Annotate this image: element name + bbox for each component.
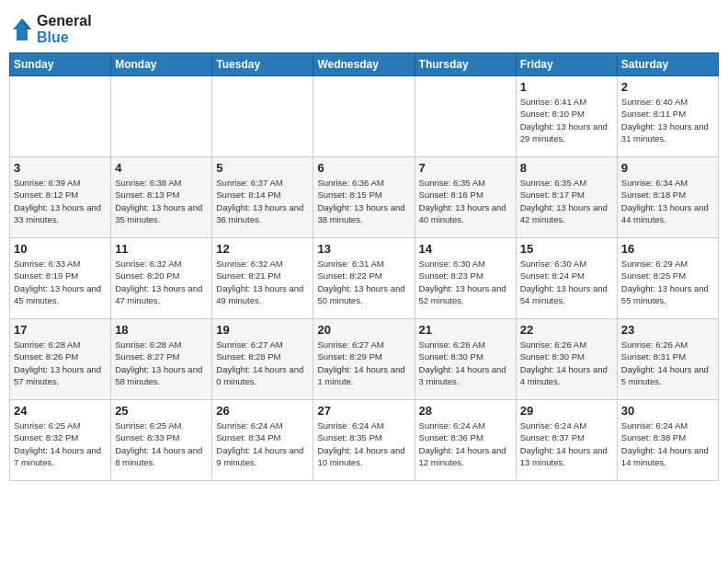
calendar-cell: 4Sunrise: 6:38 AMSunset: 8:13 PMDaylight… (111, 157, 212, 238)
day-number: 7 (419, 161, 512, 175)
day-number: 18 (115, 323, 208, 337)
day-info: Sunrise: 6:35 AMSunset: 8:17 PMDaylight:… (520, 177, 613, 225)
calendar-cell: 26Sunrise: 6:24 AMSunset: 8:34 PMDayligh… (212, 400, 313, 481)
logo-blue: Blue (37, 29, 92, 46)
day-number: 6 (317, 161, 410, 175)
day-info: Sunrise: 6:29 AMSunset: 8:25 PMDaylight:… (621, 258, 714, 306)
calendar-cell: 7Sunrise: 6:35 AMSunset: 8:16 PMDaylight… (415, 157, 516, 238)
day-number: 13 (317, 242, 410, 256)
calendar-cell: 11Sunrise: 6:32 AMSunset: 8:20 PMDayligh… (111, 238, 212, 319)
day-number: 17 (14, 323, 107, 337)
day-info: Sunrise: 6:32 AMSunset: 8:21 PMDaylight:… (216, 258, 309, 306)
calendar-cell: 12Sunrise: 6:32 AMSunset: 8:21 PMDayligh… (212, 238, 313, 319)
day-number: 8 (520, 161, 613, 175)
calendar-table: SundayMondayTuesdayWednesdayThursdayFrid… (9, 52, 719, 481)
calendar-cell: 14Sunrise: 6:30 AMSunset: 8:23 PMDayligh… (415, 238, 516, 319)
calendar-cell: 25Sunrise: 6:25 AMSunset: 8:33 PMDayligh… (111, 400, 212, 481)
day-info: Sunrise: 6:34 AMSunset: 8:18 PMDaylight:… (621, 177, 714, 225)
day-number: 30 (621, 404, 714, 418)
calendar-cell: 6Sunrise: 6:36 AMSunset: 8:15 PMDaylight… (313, 157, 415, 238)
day-info: Sunrise: 6:41 AMSunset: 8:10 PMDaylight:… (520, 96, 613, 144)
day-info: Sunrise: 6:26 AMSunset: 8:30 PMDaylight:… (520, 339, 613, 387)
logo-graphic: General Blue (9, 13, 92, 45)
day-info: Sunrise: 6:28 AMSunset: 8:27 PMDaylight:… (115, 339, 208, 387)
day-number: 16 (621, 242, 714, 256)
day-info: Sunrise: 6:24 AMSunset: 8:37 PMDaylight:… (520, 419, 613, 468)
day-number: 27 (317, 404, 410, 418)
day-number: 19 (216, 323, 309, 337)
calendar-cell: 30Sunrise: 6:24 AMSunset: 8:38 PMDayligh… (617, 400, 718, 481)
day-info: Sunrise: 6:36 AMSunset: 8:15 PMDaylight:… (317, 177, 410, 225)
calendar-cell: 17Sunrise: 6:28 AMSunset: 8:26 PMDayligh… (10, 319, 111, 400)
day-number: 4 (115, 161, 208, 175)
day-info: Sunrise: 6:40 AMSunset: 8:11 PMDaylight:… (621, 96, 714, 144)
day-info: Sunrise: 6:27 AMSunset: 8:28 PMDaylight:… (216, 339, 309, 387)
calendar-cell: 20Sunrise: 6:27 AMSunset: 8:29 PMDayligh… (313, 319, 415, 400)
weekday-header-tuesday: Tuesday (212, 53, 313, 76)
page-header: General Blue (9, 9, 719, 45)
day-number: 3 (14, 161, 107, 175)
calendar-cell: 1Sunrise: 6:41 AMSunset: 8:10 PMDaylight… (516, 76, 617, 157)
calendar-cell (415, 76, 516, 157)
calendar-cell: 13Sunrise: 6:31 AMSunset: 8:22 PMDayligh… (313, 238, 415, 319)
weekday-header-saturday: Saturday (617, 53, 718, 76)
day-info: Sunrise: 6:30 AMSunset: 8:24 PMDaylight:… (520, 258, 613, 306)
day-info: Sunrise: 6:24 AMSunset: 8:35 PMDaylight:… (317, 419, 410, 468)
calendar-cell (212, 76, 313, 157)
day-number: 1 (520, 80, 613, 94)
calendar-cell (313, 76, 415, 157)
calendar-cell (111, 76, 212, 157)
calendar-cell: 28Sunrise: 6:24 AMSunset: 8:36 PMDayligh… (415, 400, 516, 481)
weekday-header-monday: Monday (111, 53, 212, 76)
day-info: Sunrise: 6:31 AMSunset: 8:22 PMDaylight:… (317, 258, 410, 306)
day-number: 5 (216, 161, 309, 175)
weekday-header-wednesday: Wednesday (313, 53, 415, 76)
day-number: 29 (520, 404, 613, 418)
day-number: 12 (216, 242, 309, 256)
day-info: Sunrise: 6:24 AMSunset: 8:34 PMDaylight:… (216, 419, 309, 468)
day-number: 15 (520, 242, 613, 256)
day-info: Sunrise: 6:28 AMSunset: 8:26 PMDaylight:… (14, 339, 107, 387)
day-info: Sunrise: 6:39 AMSunset: 8:12 PMDaylight:… (14, 177, 107, 225)
day-info: Sunrise: 6:32 AMSunset: 8:20 PMDaylight:… (115, 258, 208, 306)
day-info: Sunrise: 6:24 AMSunset: 8:36 PMDaylight:… (419, 419, 512, 468)
day-number: 22 (520, 323, 613, 337)
weekday-header-friday: Friday (516, 53, 617, 76)
calendar-cell: 29Sunrise: 6:24 AMSunset: 8:37 PMDayligh… (516, 400, 617, 481)
day-number: 2 (621, 80, 714, 94)
day-info: Sunrise: 6:38 AMSunset: 8:13 PMDaylight:… (115, 177, 208, 225)
logo-icon (9, 17, 35, 42)
calendar-cell: 18Sunrise: 6:28 AMSunset: 8:27 PMDayligh… (111, 319, 212, 400)
day-info: Sunrise: 6:30 AMSunset: 8:23 PMDaylight:… (419, 258, 512, 306)
day-number: 10 (14, 242, 107, 256)
calendar-cell: 23Sunrise: 6:26 AMSunset: 8:31 PMDayligh… (617, 319, 718, 400)
day-number: 21 (419, 323, 512, 337)
day-number: 9 (621, 161, 714, 175)
logo: General Blue (9, 13, 92, 45)
day-info: Sunrise: 6:25 AMSunset: 8:33 PMDaylight:… (115, 419, 208, 468)
day-number: 11 (115, 242, 208, 256)
day-number: 28 (419, 404, 512, 418)
calendar-cell: 9Sunrise: 6:34 AMSunset: 8:18 PMDaylight… (617, 157, 718, 238)
calendar-cell: 3Sunrise: 6:39 AMSunset: 8:12 PMDaylight… (10, 157, 111, 238)
day-info: Sunrise: 6:27 AMSunset: 8:29 PMDaylight:… (317, 339, 410, 387)
day-number: 14 (419, 242, 512, 256)
day-info: Sunrise: 6:26 AMSunset: 8:31 PMDaylight:… (621, 339, 714, 387)
day-number: 24 (14, 404, 107, 418)
weekday-header-thursday: Thursday (415, 53, 516, 76)
day-info: Sunrise: 6:35 AMSunset: 8:16 PMDaylight:… (419, 177, 512, 225)
day-info: Sunrise: 6:26 AMSunset: 8:30 PMDaylight:… (419, 339, 512, 387)
day-info: Sunrise: 6:33 AMSunset: 8:19 PMDaylight:… (14, 258, 107, 306)
day-info: Sunrise: 6:24 AMSunset: 8:38 PMDaylight:… (621, 419, 714, 468)
logo-general: General (37, 13, 92, 29)
day-info: Sunrise: 6:25 AMSunset: 8:32 PMDaylight:… (14, 419, 107, 468)
day-number: 20 (317, 323, 410, 337)
day-number: 26 (216, 404, 309, 418)
calendar-cell: 8Sunrise: 6:35 AMSunset: 8:17 PMDaylight… (516, 157, 617, 238)
day-info: Sunrise: 6:37 AMSunset: 8:14 PMDaylight:… (216, 177, 309, 225)
day-number: 23 (621, 323, 714, 337)
calendar-cell: 27Sunrise: 6:24 AMSunset: 8:35 PMDayligh… (313, 400, 415, 481)
calendar-cell: 19Sunrise: 6:27 AMSunset: 8:28 PMDayligh… (212, 319, 313, 400)
calendar-cell: 10Sunrise: 6:33 AMSunset: 8:19 PMDayligh… (10, 238, 111, 319)
calendar-cell (10, 76, 111, 157)
